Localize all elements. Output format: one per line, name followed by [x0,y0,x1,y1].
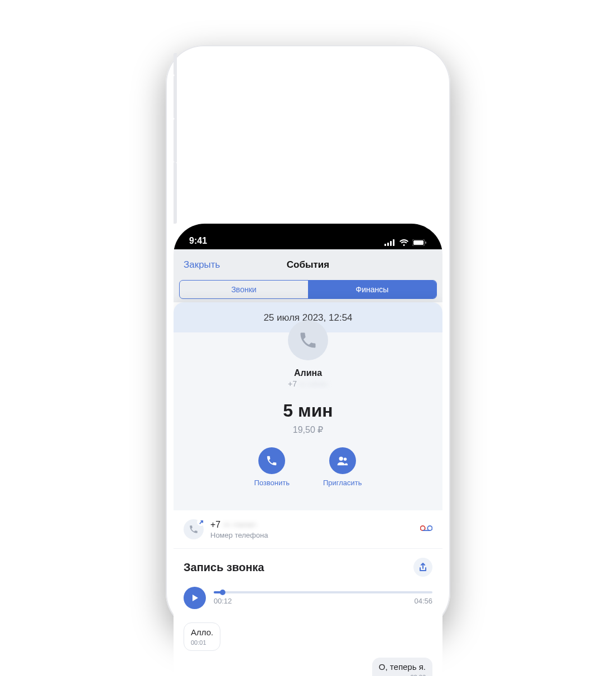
time-total: 04:56 [414,597,432,605]
event-card: 25 июля 2023, 12:54 Алина +7 ··· ···-··-… [174,302,442,676]
arrow-out-icon [199,520,204,525]
app-header: Закрыть События [174,249,442,280]
battery-icon [412,239,427,246]
share-icon [418,563,427,572]
call-cost: 19,50 ₽ [174,424,442,435]
svg-rect-3 [393,239,394,246]
play-button[interactable] [184,587,206,609]
status-time: 9:41 [189,236,207,246]
svg-rect-1 [387,243,389,246]
svg-rect-5 [413,240,424,245]
svg-rect-2 [390,241,392,246]
transcript: Алло. 00:01 О, теперь я. 00:03 [174,615,442,676]
phone-icon [298,330,318,350]
svg-point-7 [339,457,343,461]
screen: 9:41 Закрыть События Звонки Финансы 25 и… [174,224,442,676]
share-button[interactable] [413,558,432,577]
tab-finance[interactable]: Финансы [308,281,436,298]
svg-rect-0 [384,244,386,246]
call-duration: 5 мин [174,400,442,421]
svg-point-9 [420,526,425,530]
tab-calls[interactable]: Звонки [180,281,308,298]
progress-track[interactable] [214,591,432,593]
wifi-icon [399,239,409,246]
recording-section: Запись звонка 00:1 [174,549,442,615]
close-button[interactable]: Закрыть [184,259,220,271]
number-label: Номер телефона [210,531,413,539]
number-row[interactable]: +7 ··· ···-··-·· Номер телефона [174,510,442,548]
action-invite[interactable]: Пригласить [323,447,362,487]
svg-point-10 [427,526,432,530]
tabs: Звонки Финансы [174,280,442,302]
recording-title: Запись звонка [184,561,264,574]
status-icons [384,239,427,246]
cellular-icon [384,239,396,246]
transcript-bubble-in: Алло. 00:01 [184,622,220,651]
phone-icon [266,455,278,467]
svg-rect-6 [425,242,426,244]
play-icon [190,593,199,602]
action-call[interactable]: Позвонить [254,447,290,487]
voicemail-icon [420,524,432,534]
time-elapsed: 00:12 [214,597,232,605]
status-bar: 9:41 [174,224,442,249]
transcript-bubble-out: О, теперь я. 00:03 [372,658,432,676]
action-call-label: Позвонить [254,479,290,487]
svg-point-8 [344,458,347,461]
contact-name: Алина [174,368,442,378]
event-summary: Алина +7 ··· ···-··-·· 5 мин 19,50 ₽ Поз… [174,332,442,503]
phone-mockup: 9:41 Закрыть События Звонки Финансы 25 и… [166,45,450,631]
outgoing-call-icon [184,519,204,539]
users-icon [336,455,349,467]
contact-phone: +7 ··· ···-··-·· [174,379,442,388]
page-title: События [287,259,329,271]
action-invite-label: Пригласить [323,479,362,487]
number-value: +7 ··· ···-··-·· [210,520,413,530]
contact-avatar[interactable] [288,320,328,360]
